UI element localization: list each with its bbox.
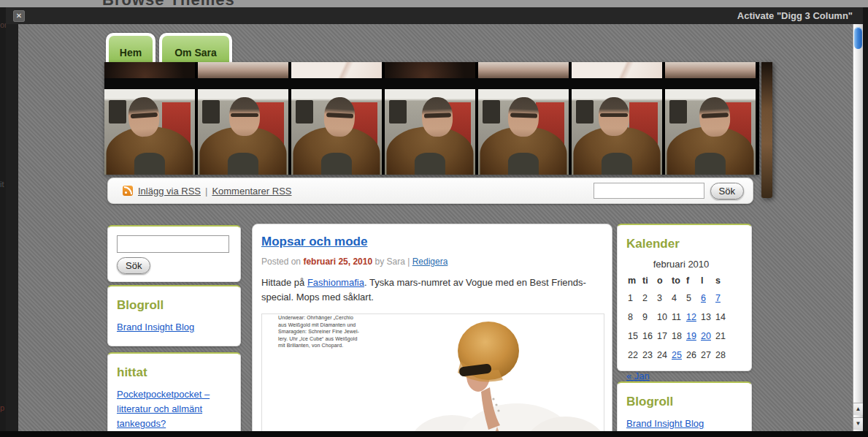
calendar-day-link[interactable]: 25 [672,350,682,360]
calendar-day: 21 [714,327,729,346]
header-photo-overflow [761,62,772,198]
header-photo-thumb [665,62,756,78]
calendar-day: 14 [714,308,729,327]
background-text-fragment: p [0,403,4,412]
calendar-day: 15 [626,327,641,346]
scan-caption-text: Underwear: Ohrhänger „Cerchio aus Weißgo… [278,314,377,349]
post-image-fashion-scan: Underwear: Ohrhänger „Cerchio aus Weißgo… [261,314,604,437]
post-body: Hittade på Fashionmafia. Tyska mars-numr… [261,276,610,305]
feed-bar: Inlägg via RSS | Kommentarer RSS Sök [107,178,753,204]
scrollbar-arrows: ▲ ▼ [853,400,863,430]
calendar-weekday: s [714,274,729,289]
scrollbar-thumb[interactable] [854,27,862,49]
header-search-button[interactable]: Sök [710,183,744,200]
calendar-day: 24 [656,346,670,365]
overlay-bottom-edge [0,431,868,437]
header-photo-thumb [385,62,475,78]
calendar-widget: Kalender februari 2010 mtiotofls12345678… [617,224,752,371]
calendar-day: 2 [641,289,656,308]
header-black-band [104,78,759,89]
header-photo-thumb [104,62,195,78]
scroll-down-button[interactable]: ▼ [853,417,863,430]
rss-icon [123,186,133,196]
header-photo-thumb [198,62,288,78]
calendar-table: mtiotofls1234567891011121314151617181920… [626,274,742,365]
calendar-weekday: l [699,274,714,289]
arrow-down-icon: ▼ [856,420,861,427]
calendar-day-link[interactable]: 6 [701,293,706,303]
calendar-weekday: f [685,274,699,289]
calendar-weekday: to [670,274,685,289]
calendar-day: 28 [714,346,729,365]
widget-title: Blogroll [117,298,231,313]
calendar-day: 17 [656,327,670,346]
widget-title: Blogroll [626,395,742,409]
post-meta-prefix: Posted on [261,256,301,267]
background-page-header: Browse Themes [0,0,868,7]
calendar-day: 13 [699,308,714,327]
header-photo-frame [665,89,756,175]
sidebar-blogroll-widget: Blogroll Brand Insight Blog [107,285,241,346]
calendar-day: 4 [670,289,685,308]
calendar-day: 5 [685,289,699,308]
separator: | [205,186,207,197]
calendar-day: 26 [685,346,699,365]
sidebar-search-widget: Sök [107,225,241,282]
post-title-link[interactable]: Mopsar och mode [261,235,367,248]
background-text-fragment: it [0,180,4,189]
calendar-weekday: m [626,274,641,289]
header-search-input[interactable] [594,183,704,199]
background-page-title: Browse Themes [102,0,235,7]
widget-title: Kalender [626,237,742,251]
rss-posts-link[interactable]: Inlägg via RSS [138,186,201,197]
header-photo-frame [478,89,569,175]
calendar-weekday: o [656,274,670,289]
header-photo-collage [104,62,759,175]
header-photo-frame [572,89,662,175]
calendar-day: 10 [656,308,670,327]
calendar-day: 11 [670,308,685,327]
calendar-day: 1 [626,289,641,308]
close-icon: ✕ [16,12,22,20]
header-photo-frame [291,89,382,175]
theme-preview-topbar: ✕ Activate "Digg 3 Column" [6,7,863,24]
post-body-text: Hittade på [261,277,307,288]
blogroll-link[interactable]: Brand Insight Blog [117,322,194,332]
post-edit-link[interactable]: Redigera [412,256,448,267]
screenshot-root: Browse Themes or it p ✕ Activate "Digg 3… [0,0,868,437]
calendar-day: 22 [626,346,641,365]
widget-title: hittat [117,365,231,380]
calendar-day: 3 [656,289,670,308]
post-date: februari 25, 2010 [303,256,372,267]
calendar-day-link[interactable]: 12 [686,312,696,322]
sidebar-blogroll-widget-right: Blogroll Brand Insight Blog [617,381,752,437]
post-meta: Posted on februari 25, 2010 by Sara | Re… [261,256,603,267]
header-photo-toprow [104,62,759,78]
rss-comments-link[interactable]: Kommentarer RSS [212,186,291,197]
header-photo-frame [104,89,195,175]
post-article: Mopsar och mode Posted on februari 25, 2… [252,224,612,437]
blogroll-link[interactable]: Brand Insight Blog [626,418,704,429]
calendar-day: 18 [670,327,685,346]
calendar-day-link[interactable]: 19 [686,331,696,341]
scroll-up-button[interactable]: ▲ [853,403,863,415]
scrollbar[interactable]: ▲ ▼ [853,24,863,431]
calendar-day: 16 [641,327,656,346]
post-meta-by: by Sara [375,256,404,267]
calendar-day: 9 [641,308,656,327]
activate-theme-link[interactable]: Activate "Digg 3 Column" [737,10,853,21]
fashion-model-illustration [367,317,604,437]
calendar-day-link[interactable]: 20 [701,331,711,341]
calendar-day: 27 [699,346,714,365]
sidebar-search-input[interactable] [117,235,229,253]
hittat-link[interactable]: Pocketpocketpocket – litteratur och allm… [117,387,234,431]
header-photo-frame [198,89,288,175]
sidebar-search-button[interactable]: Sök [117,257,150,274]
close-button[interactable]: ✕ [13,10,25,22]
arrow-up-icon: ▲ [856,406,861,412]
sidebar-hittat-widget: hittat Pocketpocketpocket – litteratur o… [107,352,241,437]
header-photo-thumb [572,62,662,78]
fashionmafia-link[interactable]: Fashionmafia [307,277,364,288]
calendar-day-link[interactable]: 7 [715,293,721,303]
header-photo-mainrow [104,89,759,175]
